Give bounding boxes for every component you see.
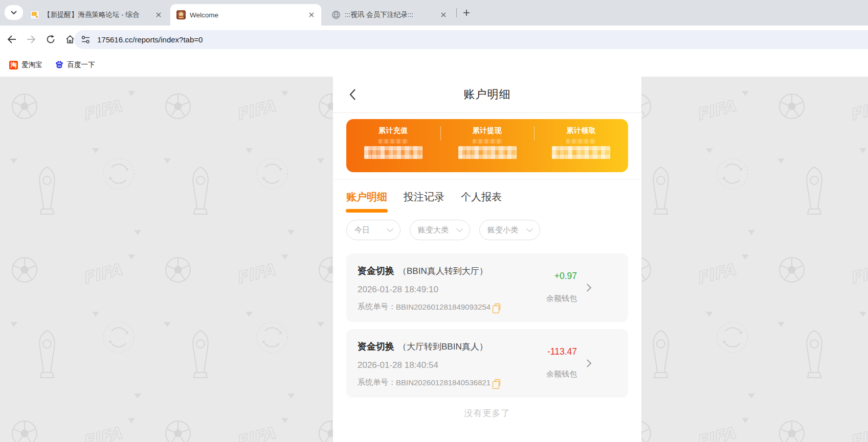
filter-minor-category-dropdown[interactable]: 账变小类 — [479, 220, 540, 240]
summary-label: 累计领取 — [566, 126, 596, 135]
no-more-text: 没有更多了 — [333, 407, 641, 419]
page-title: 账户明细 — [464, 87, 511, 102]
report-tabs: 账户明细 投注记录 个人报表 — [333, 180, 641, 204]
bookmark-label: 爱淘宝 — [21, 60, 42, 69]
transaction-row[interactable]: 资金切换 （大厅转到BBIN真人） 2026-01-28 18:40:54 系统… — [346, 329, 628, 398]
back-chevron-button[interactable] — [346, 88, 359, 101]
tab-bet-records[interactable]: 投注记录 — [404, 189, 444, 204]
taobao-icon: 淘 — [9, 61, 18, 69]
summary-label: 累计充值 — [379, 126, 408, 135]
wallet-label: 余额钱包 — [546, 369, 577, 379]
transaction-list: 资金切换 （BBIN真人转到大厅） 2026-01-28 18:49:10 系统… — [333, 240, 641, 398]
summary-label: 累计提现 — [473, 126, 502, 135]
censored-value — [458, 146, 517, 159]
censored-blur — [566, 139, 596, 144]
bookmarks-bar: 淘 爱淘宝 du 百度一下 — [0, 53, 868, 77]
browser-tab-welcome[interactable]: Welcome — [170, 4, 321, 26]
summary-total-deposit: 累计充值 — [346, 119, 440, 172]
chevron-down-icon — [11, 11, 17, 15]
chevron-down-icon — [456, 225, 463, 232]
browser-toolbar: 175616.cc/reports/index?tab=0 — [0, 26, 868, 53]
browser-tab-forum[interactable]: 【新提醒】海燕策略论坛 - 综合 — [24, 4, 168, 26]
tab-account-detail[interactable]: 账户明细 — [346, 189, 387, 204]
url-text[interactable]: 175616.cc/reports/index?tab=0 — [97, 35, 203, 44]
new-tab-button[interactable] — [459, 6, 474, 20]
transaction-amount: -113.47 — [547, 346, 577, 357]
wallet-label: 余额钱包 — [546, 294, 577, 304]
censored-blur — [379, 139, 408, 144]
transaction-subtitle: （BBIN真人转到大厅） — [398, 265, 488, 277]
close-icon[interactable] — [154, 10, 163, 19]
forum-icon — [30, 10, 39, 19]
tab-title: 【新提醒】海燕策略论坛 - 综合 — [43, 10, 150, 19]
close-icon[interactable] — [439, 10, 448, 19]
transaction-subtitle: （大厅转到BBIN真人） — [398, 341, 488, 353]
transaction-amount: +0.97 — [554, 271, 577, 282]
transaction-row[interactable]: 资金切换 （BBIN真人转到大厅） 2026-01-28 18:49:10 系统… — [346, 253, 628, 322]
transaction-title: 资金切换 — [358, 265, 394, 277]
filter-label: 今日 — [354, 225, 370, 235]
filter-date-dropdown[interactable]: 今日 — [346, 220, 400, 240]
copy-icon[interactable] — [495, 304, 500, 310]
back-button[interactable] — [3, 31, 20, 48]
filter-label: 账变小类 — [487, 225, 518, 235]
baidu-paw-icon: du — [55, 60, 64, 69]
order-number: BBIN202601281849093254 — [396, 303, 491, 311]
close-icon[interactable] — [307, 10, 316, 19]
browser-window: 【新提醒】海燕策略论坛 - 综合 Welcome :::视讯 会员下注纪录::: — [0, 0, 868, 442]
svg-text:du: du — [57, 64, 61, 67]
account-detail-panel: 账户明细 累计充值 累计提现 累计领取 — [333, 77, 641, 442]
transaction-datetime: 2026-01-28 18:49:10 — [358, 285, 617, 295]
tab-search-button[interactable] — [5, 5, 23, 20]
casino-icon — [176, 10, 186, 19]
browser-tab-records[interactable]: :::视讯 会员下注纪录::: — [325, 4, 453, 26]
summary-total-withdraw: 累计提现 — [440, 119, 535, 172]
tab-strip: 【新提醒】海燕策略论坛 - 综合 Welcome :::视讯 会员下注纪录::: — [0, 0, 868, 26]
tab-title: :::视讯 会员下注纪录::: — [345, 10, 435, 19]
summary-card: 累计充值 累计提现 累计领取 — [346, 119, 628, 172]
address-bar[interactable]: 175616.cc/reports/index?tab=0 — [74, 30, 868, 49]
censored-blur — [473, 139, 502, 144]
bookmark-label: 百度一下 — [68, 60, 95, 69]
censored-value — [552, 146, 610, 159]
site-settings-icon[interactable] — [81, 36, 90, 43]
globe-icon — [331, 10, 341, 19]
chevron-down-icon — [387, 225, 393, 232]
bookmark-taobao[interactable]: 淘 爱淘宝 — [6, 58, 46, 72]
filter-label: 账变大类 — [418, 225, 449, 235]
chevron-down-icon — [526, 225, 533, 232]
tab-personal-report[interactable]: 个人报表 — [461, 189, 502, 204]
order-label: 系统单号： — [358, 378, 396, 387]
censored-value — [364, 146, 422, 159]
tab-title: Welcome — [190, 11, 303, 19]
forward-button[interactable] — [23, 31, 40, 48]
transaction-datetime: 2026-01-28 18:40:54 — [358, 360, 617, 370]
filter-major-category-dropdown[interactable]: 账变大类 — [410, 220, 470, 240]
web-page: FIFA — [0, 77, 868, 442]
page-header: 账户明细 — [333, 77, 641, 113]
filter-row: 今日 账变大类 账变小类 — [346, 220, 641, 240]
copy-icon[interactable] — [495, 379, 500, 386]
order-label: 系统单号： — [358, 302, 396, 312]
tab-divider — [456, 8, 457, 17]
reload-button[interactable] — [42, 31, 59, 48]
order-number: BBIN202601281840536821 — [396, 378, 491, 387]
summary-total-claimed: 累计领取 — [534, 119, 628, 172]
bookmark-baidu[interactable]: du 百度一下 — [52, 58, 98, 72]
transaction-title: 资金切换 — [358, 340, 394, 353]
